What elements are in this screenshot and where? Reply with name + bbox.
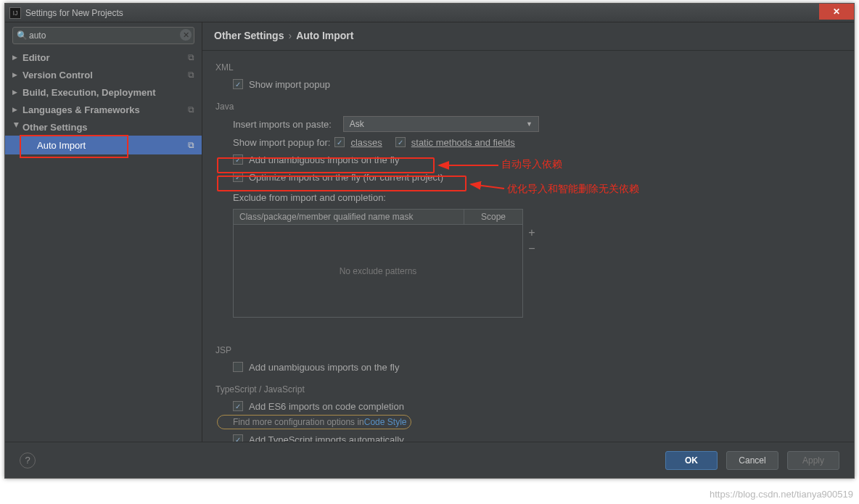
checkbox-static[interactable]: ✓ (395, 137, 406, 147)
ok-button[interactable]: OK (665, 451, 718, 470)
insert-on-paste-select[interactable]: Ask▼ (343, 116, 539, 132)
gear-icon: ⧉ (188, 70, 194, 80)
svg-line-1 (471, 184, 504, 189)
settings-main: Other Settings›Auto Import XML ✓Show imp… (202, 22, 854, 442)
checkbox-classes[interactable]: ✓ (334, 137, 345, 147)
checkbox-optimize-imports[interactable]: ✓ (233, 172, 243, 182)
add-exclude-button[interactable]: + (524, 225, 540, 241)
checkbox-jsp-unambiguous[interactable]: ✓ (233, 362, 243, 372)
settings-sidebar: 🔍 ✕ ▶Editor⧉ ▶Version Control⧉ ▶Build, E… (5, 22, 202, 442)
section-ts: TypeScript / JavaScript (215, 384, 841, 394)
search-input[interactable] (12, 27, 194, 44)
clear-search-icon[interactable]: ✕ (180, 29, 192, 41)
table-header-scope: Scope (464, 210, 522, 224)
gear-icon: ⧉ (188, 104, 194, 115)
help-button[interactable]: ? (20, 453, 36, 468)
tree-item-build[interactable]: ▶Build, Execution, Deployment (5, 83, 202, 101)
dialog-footer: ? OK Cancel Apply (5, 442, 854, 478)
app-icon: IJ (9, 7, 21, 19)
close-button[interactable]: ✕ (819, 4, 854, 20)
checkbox-es6-imports[interactable]: ✓ (233, 401, 243, 411)
section-jsp: JSP (215, 345, 841, 355)
tree-item-vcs[interactable]: ▶Version Control⧉ (5, 66, 202, 83)
chevron-down-icon: ▼ (526, 120, 533, 128)
titlebar[interactable]: IJ Settings for New Projects ✕ (5, 4, 854, 22)
remove-exclude-button[interactable]: − (524, 241, 540, 257)
code-style-link[interactable]: Code Style (364, 417, 407, 427)
tree-item-lang[interactable]: ▶Languages & Frameworks⧉ (5, 101, 202, 118)
search-field[interactable]: 🔍 ✕ (12, 27, 194, 44)
gear-icon: ⧉ (188, 52, 194, 62)
exclude-table: Class/package/member qualified name mask… (233, 209, 523, 318)
checkbox-xml-popup[interactable]: ✓ (233, 79, 243, 89)
settings-dialog: IJ Settings for New Projects ✕ 🔍 ✕ ▶Edit… (4, 3, 855, 479)
window-title: Settings for New Projects (25, 8, 123, 18)
breadcrumb: Other Settings›Auto Import (202, 22, 854, 51)
table-header-mask: Class/package/member qualified name mask (234, 210, 464, 224)
cancel-button[interactable]: Cancel (726, 451, 778, 470)
section-xml: XML (215, 62, 841, 73)
checkbox-add-unambiguous[interactable]: ✓ (233, 154, 243, 165)
apply-button[interactable]: Apply (787, 451, 839, 470)
checkbox-ts-imports[interactable]: ✓ (233, 434, 243, 442)
watermark: https://blog.csdn.net/tianya900519 (710, 489, 853, 500)
gear-icon: ⧉ (188, 140, 194, 150)
search-icon: 🔍 (17, 30, 28, 41)
settings-tree: ▶Editor⧉ ▶Version Control⧉ ▶Build, Execu… (5, 49, 202, 154)
section-java: Java (215, 102, 841, 112)
tree-item-other[interactable]: ▶Other Settings (5, 118, 202, 136)
tree-item-editor[interactable]: ▶Editor⧉ (5, 49, 202, 66)
tree-item-auto-import[interactable]: Auto Import⧉ (5, 136, 202, 154)
